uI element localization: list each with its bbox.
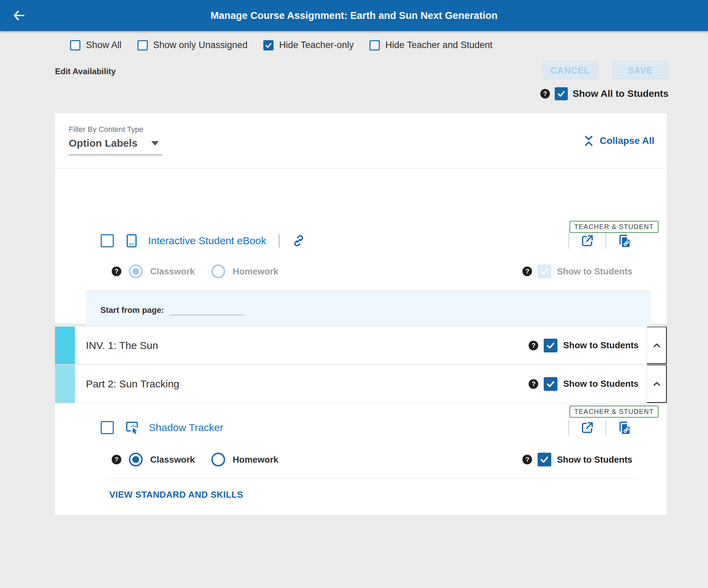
card-header: Filter By Content Type Option Labels Col… [55, 113, 667, 168]
assignment-type-row: ? Classwork Homework ? Show to Students [55, 453, 667, 466]
show-to-students-cluster: ? Show to Students [522, 453, 632, 466]
start-from-page-input[interactable] [169, 305, 244, 315]
content-type-selected-value: Option Labels [69, 137, 137, 149]
group-title: INV. 1: The Sun [86, 340, 158, 351]
divider [568, 233, 569, 249]
group-row-part-2: Part 2: Sun Tracking ? Show to Students [55, 364, 667, 403]
help-icon[interactable]: ? [112, 267, 121, 276]
show-to-students-checkbox[interactable] [538, 453, 551, 466]
item-title-row: Interactive Student eBook [55, 168, 667, 249]
content-card: Filter By Content Type Option Labels Col… [55, 113, 667, 324]
classwork-radio-option[interactable]: Classwork [129, 264, 195, 278]
checkbox-unchecked-icon [369, 40, 380, 50]
radio-selected-icon [129, 453, 143, 466]
assignment-type-row: ? Classwork Homework ? Show to Students [55, 264, 667, 278]
filter-hide-teacher-and-student[interactable]: Hide Teacher and Student [369, 40, 493, 50]
view-standards-link[interactable]: VIEW STANDARD AND SKILLS [109, 489, 243, 500]
page-title: Manage Course Assignment: Earth and Sun … [0, 10, 708, 21]
group-title: Part 2: Sun Tracking [86, 378, 179, 390]
show-to-students-cluster: ? Show to Students [522, 264, 632, 278]
filter-checkbox-row: Show All Show only Unassigned Hide Teach… [70, 40, 493, 50]
filter-hide-teacher-only[interactable]: Hide Teacher-only [263, 40, 354, 50]
collapse-section-button[interactable] [647, 327, 667, 364]
collapse-section-button[interactable] [647, 365, 667, 403]
teacher-student-badge: TEACHER & STUDENT [569, 406, 659, 418]
ebook-icon [124, 233, 139, 248]
content-type-filter-label: Filter By Content Type [69, 125, 654, 134]
divider [107, 478, 638, 478]
group-main: Part 2: Sun Tracking ? Show to Students [75, 365, 647, 403]
classwork-radio-option[interactable]: Classwork [129, 453, 195, 466]
item-actions [568, 233, 632, 249]
show-to-students-checkbox[interactable] [544, 339, 557, 352]
collapse-all-icon [583, 135, 595, 147]
app-header: Manage Course Assignment: Earth and Sun … [0, 0, 708, 31]
group-row-inv-1: INV. 1: The Sun ? Show to Students [55, 326, 667, 364]
help-icon[interactable]: ? [522, 455, 532, 464]
chevron-up-icon [651, 340, 663, 351]
divider [606, 420, 606, 436]
content-type-select[interactable]: Option Labels [69, 137, 162, 155]
show-to-students-checkbox[interactable] [544, 377, 557, 391]
show-all-to-students-checkbox[interactable] [555, 87, 568, 100]
show-all-to-students-label: Show All to Students [573, 88, 668, 99]
checkbox-unchecked-icon [137, 40, 148, 50]
teacher-student-badge: TEACHER & STUDENT [569, 221, 659, 233]
divider [606, 233, 606, 249]
link-icon[interactable] [292, 234, 306, 248]
item-section-interactive-student-ebook: TEACHER & STUDENT Interactive Student eB… [55, 168, 667, 350]
checkbox-checked-icon [263, 40, 274, 50]
item-section-shadow-tracker: TEACHER & STUDENT Shadow Tracker [55, 403, 667, 515]
chevron-up-icon [651, 378, 663, 390]
show-to-students-checkbox-disabled[interactable] [538, 264, 551, 278]
checkbox-unchecked-icon [70, 40, 80, 50]
item-title-link[interactable]: Shadow Tracker [149, 422, 223, 433]
manage-course-assignment-page: Manage Course Assignment: Earth and Sun … [0, 0, 708, 588]
section-color-strip [55, 365, 75, 403]
group-controls: ? Show to Students [529, 377, 647, 391]
collapse-all-button[interactable]: Collapse All [583, 135, 654, 147]
group-controls: ? Show to Students [529, 339, 647, 352]
item-select-checkbox[interactable] [101, 421, 114, 434]
help-icon[interactable]: ? [522, 267, 532, 276]
item-actions [568, 420, 632, 436]
start-from-page-label: Start from page: [100, 305, 164, 315]
help-icon[interactable]: ? [529, 379, 538, 389]
divider [568, 420, 569, 436]
start-from-page-panel: Start from page: [86, 291, 651, 330]
homework-radio-option[interactable]: Homework [211, 264, 278, 278]
collapse-all-label: Collapse All [600, 135, 654, 146]
cancel-button[interactable]: CANCEL [542, 62, 598, 79]
filter-show-all[interactable]: Show All [70, 40, 122, 50]
item-select-checkbox[interactable] [101, 234, 114, 247]
divider [279, 234, 279, 248]
filter-show-only-unassigned[interactable]: Show only Unassigned [137, 40, 248, 50]
copy-link-document-icon[interactable] [617, 420, 632, 435]
help-icon[interactable]: ? [529, 341, 538, 350]
homework-radio-option[interactable]: Homework [211, 453, 278, 466]
show-all-to-students-row: ? Show All to Students [540, 87, 668, 100]
save-button[interactable]: SAVE [612, 62, 668, 79]
section-color-strip [55, 327, 75, 364]
radio-selected-icon [129, 264, 143, 278]
help-icon[interactable]: ? [112, 455, 121, 464]
dropdown-caret-icon [151, 141, 159, 146]
radio-unselected-icon [211, 453, 225, 466]
radio-unselected-icon [211, 264, 225, 278]
item-title-link[interactable]: Interactive Student eBook [148, 235, 266, 247]
edit-availability-heading: Edit Availability [55, 67, 116, 76]
help-icon[interactable]: ? [540, 89, 550, 99]
interactive-activity-icon [124, 420, 140, 436]
copy-link-document-icon[interactable] [617, 233, 632, 248]
group-main: INV. 1: The Sun ? Show to Students [75, 327, 647, 364]
open-in-new-icon[interactable] [580, 420, 595, 435]
open-in-new-icon[interactable] [580, 234, 595, 248]
